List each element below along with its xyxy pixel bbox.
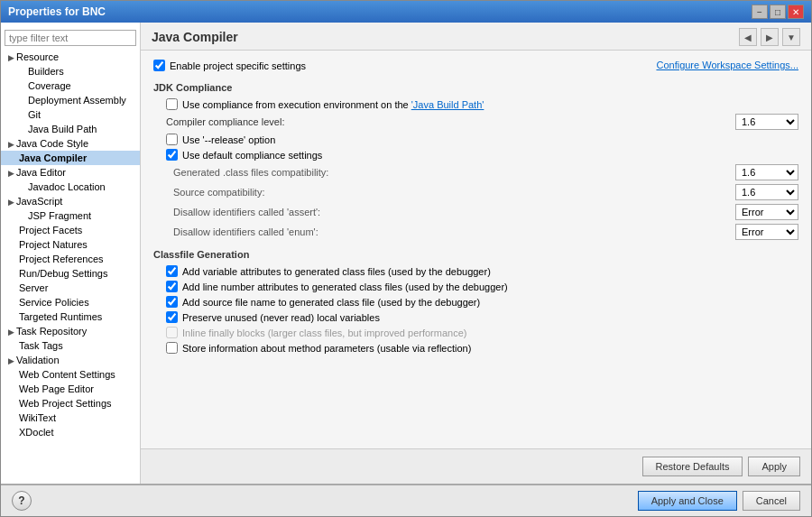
classfile-options: Add variable attributes to generated cla… xyxy=(153,265,798,354)
sidebar-item-coverage[interactable]: Coverage xyxy=(1,78,140,93)
sidebar-items: ▶ResourceBuildersCoverageDeployment Asse… xyxy=(1,50,140,439)
sidebar-item-run/debug-settings[interactable]: Run/Debug Settings xyxy=(1,266,140,281)
sidebar-label: Project Facets xyxy=(19,225,82,235)
sidebar-item-service-policies[interactable]: Service Policies xyxy=(1,295,140,309)
sidebar-item-xdoclet[interactable]: XDoclet xyxy=(1,425,140,439)
sidebar-item-targeted-runtimes[interactable]: Targeted Runtimes xyxy=(1,309,140,324)
back-button[interactable]: ◀ xyxy=(739,28,757,46)
use-default-checkbox[interactable] xyxy=(166,149,178,161)
sidebar-item-git[interactable]: Git xyxy=(1,107,140,122)
sidebar-label: Task Tags xyxy=(19,340,63,351)
classfile-label-2: Add source file name to generated class … xyxy=(182,297,480,308)
source-compat-dropdown[interactable]: 1.6 xyxy=(735,184,798,200)
classfile-checkbox-2[interactable] xyxy=(166,296,178,308)
sidebar-item-java-code-style[interactable]: ▶Java Code Style xyxy=(1,136,140,151)
configure-workspace-link[interactable]: Configure Workspace Settings... xyxy=(656,60,798,70)
sidebar-item-project-facets[interactable]: Project Facets xyxy=(1,223,140,237)
generated-row: Generated .class files compatibility: 1.… xyxy=(153,164,798,180)
sidebar-item-java-build-path[interactable]: Java Build Path xyxy=(1,122,140,136)
compiler-level-dropdown[interactable]: 1.6 xyxy=(735,114,798,130)
sidebar-item-server[interactable]: Server xyxy=(1,281,140,295)
dropdown-button[interactable]: ▼ xyxy=(782,28,800,46)
source-compat-label: Source compatibility: xyxy=(173,187,735,198)
enum-row: Disallow identifiers called 'enum': Erro… xyxy=(153,224,798,240)
classfile-section: Classfile Generation Add variable attrib… xyxy=(153,249,798,354)
enum-dropdown[interactable]: Error xyxy=(735,224,798,240)
enable-checkbox-row: Enable project specific settings xyxy=(153,60,306,71)
classfile-header: Classfile Generation xyxy=(153,249,798,260)
panel-content: Enable project specific settings Configu… xyxy=(141,51,811,448)
maximize-button[interactable]: □ xyxy=(770,5,786,19)
source-compat-row: Source compatibility: 1.6 xyxy=(153,184,798,200)
sidebar-label: Resource xyxy=(16,51,59,62)
classfile-checkbox-0[interactable] xyxy=(166,265,178,277)
panel-title: Java Compiler xyxy=(152,30,238,44)
sidebar-item-web-content-settings[interactable]: Web Content Settings xyxy=(1,367,140,382)
window-title: Properties for BNC xyxy=(8,5,106,18)
enable-project-label: Enable project specific settings xyxy=(170,60,306,71)
sidebar-label: JavaScript xyxy=(16,196,62,207)
close-button[interactable]: ✕ xyxy=(788,5,804,19)
sidebar-item-web-page-editor[interactable]: Web Page Editor xyxy=(1,382,140,396)
panel-footer: Restore Defaults Apply xyxy=(141,448,811,484)
forward-button[interactable]: ▶ xyxy=(761,28,779,46)
classfile-checkbox-4[interactable] xyxy=(166,327,178,338)
sidebar-label: Project Natures xyxy=(19,239,88,250)
assert-dropdown[interactable]: Error xyxy=(735,204,798,220)
sidebar-item-builders[interactable]: Builders xyxy=(1,64,140,78)
sidebar-item-resource[interactable]: ▶Resource xyxy=(1,50,140,64)
sidebar-label: Web Page Editor xyxy=(19,383,94,394)
sidebar-label: Javadoc Location xyxy=(28,181,106,192)
classfile-option-0: Add variable attributes to generated cla… xyxy=(153,265,798,277)
sidebar-item-web-project-settings[interactable]: Web Project Settings xyxy=(1,396,140,411)
sidebar-item-project-references[interactable]: Project References xyxy=(1,252,140,266)
minimize-button[interactable]: − xyxy=(752,5,768,19)
sidebar-item-deployment-assembly[interactable]: Deployment Assembly xyxy=(1,93,140,107)
sidebar-item-java-compiler[interactable]: Java Compiler xyxy=(1,151,140,165)
generated-dropdown[interactable]: 1.6 xyxy=(735,164,798,180)
enable-project-checkbox[interactable] xyxy=(153,60,165,71)
apply-button[interactable]: Apply xyxy=(748,457,800,476)
use-release-checkbox[interactable] xyxy=(166,134,178,145)
classfile-option-4: Inline finally blocks (larger class file… xyxy=(153,327,798,338)
sidebar-item-javascript[interactable]: ▶JavaScript xyxy=(1,194,140,208)
help-button[interactable]: ? xyxy=(12,491,32,511)
apply-and-close-button[interactable]: Apply and Close xyxy=(638,491,737,511)
classfile-label-5: Store information about method parameter… xyxy=(182,343,471,354)
classfile-checkbox-5[interactable] xyxy=(166,342,178,354)
window-controls: − □ ✕ xyxy=(752,5,804,19)
classfile-label-0: Add variable attributes to generated cla… xyxy=(182,266,491,277)
filter-input[interactable] xyxy=(5,30,136,46)
sidebar: ▶ResourceBuildersCoverageDeployment Asse… xyxy=(1,23,141,484)
sidebar-label: Java Build Path xyxy=(28,124,97,134)
sidebar-item-jsp-fragment[interactable]: JSP Fragment xyxy=(1,208,140,223)
classfile-checkbox-1[interactable] xyxy=(166,281,178,292)
sidebar-label: Run/Debug Settings xyxy=(19,268,107,279)
use-default-label: Use default compliance settings xyxy=(182,150,322,161)
window-footer: ? Apply and Close Cancel xyxy=(1,484,811,516)
use-compliance-label: Use compliance from execution environmen… xyxy=(182,99,484,110)
sidebar-item-task-tags[interactable]: Task Tags xyxy=(1,338,140,353)
classfile-option-5: Store information about method parameter… xyxy=(153,342,798,354)
sidebar-label: WikiText xyxy=(19,412,56,423)
properties-window: Properties for BNC − □ ✕ ▶ResourceBuilde… xyxy=(0,0,812,517)
use-compliance-checkbox[interactable] xyxy=(166,98,178,110)
sidebar-item-project-natures[interactable]: Project Natures xyxy=(1,237,140,252)
sidebar-item-java-editor[interactable]: ▶Java Editor xyxy=(1,165,140,180)
assert-label: Disallow identifiers called 'assert': xyxy=(173,207,735,217)
sidebar-label: Coverage xyxy=(28,80,71,91)
classfile-label-4: Inline finally blocks (larger class file… xyxy=(182,328,466,338)
sidebar-label: Service Policies xyxy=(19,297,89,308)
sidebar-item-javadoc-location[interactable]: Javadoc Location xyxy=(1,180,140,194)
sidebar-label: Task Repository xyxy=(16,326,87,337)
main-panel: Java Compiler ◀ ▶ ▼ Enable project speci… xyxy=(141,23,811,484)
footer-buttons: Apply and Close Cancel xyxy=(638,491,800,511)
restore-defaults-button[interactable]: Restore Defaults xyxy=(642,457,743,476)
sidebar-item-wikitext[interactable]: WikiText xyxy=(1,411,140,425)
cancel-button[interactable]: Cancel xyxy=(743,491,800,511)
sidebar-item-task-repository[interactable]: ▶Task Repository xyxy=(1,324,140,338)
classfile-checkbox-3[interactable] xyxy=(166,311,178,323)
java-build-path-link[interactable]: 'Java Build Path' xyxy=(411,99,484,110)
sidebar-item-validation[interactable]: ▶Validation xyxy=(1,353,140,367)
classfile-option-2: Add source file name to generated class … xyxy=(153,296,798,308)
